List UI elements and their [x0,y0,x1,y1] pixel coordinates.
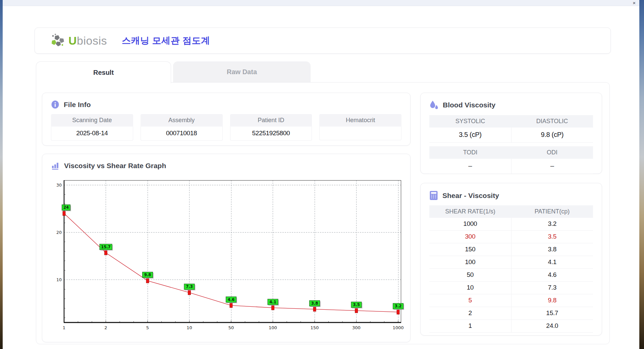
svg-text:3.5: 3.5 [353,302,360,307]
sv-cell-shear-rate: 300 [429,231,512,243]
bv-value-odi: – [512,159,593,174]
sv-cell-patient: 3.8 [512,243,593,256]
shear-viscosity-row: 107.3 [429,282,593,294]
svg-text:100: 100 [269,325,277,330]
sv-cell-patient: 9.8 [512,294,593,307]
brand-rest: biosis [77,34,107,47]
sv-cell-shear-rate: 100 [429,256,512,269]
header-card: Ubiosis 스캐닝 모세관 점도계 [35,28,611,54]
sv-cell-shear-rate: 1000 [429,218,512,231]
svg-text:9.8: 9.8 [144,272,151,277]
svg-text:2: 2 [104,325,107,330]
field-value: 52251925800 [230,127,312,141]
brand-letter-u: U [68,34,77,47]
svg-text:24: 24 [63,205,69,210]
bar-chart-icon [51,161,60,170]
svg-text:5: 5 [146,325,149,330]
sv-cell-patient: 4.1 [512,256,593,269]
field-value: 000710018 [141,127,223,141]
shear-viscosity-card: Shear - Viscosity SHEAR RATE(1/s) PATIEN… [420,183,602,336]
sv-cell-patient: 3.2 [512,218,593,231]
app-title: 스캐닝 모세관 점도계 [122,35,210,47]
ubiosis-logo-icon [50,33,66,48]
shear-viscosity-title: Shear - Viscosity [442,192,499,200]
svg-text:300: 300 [352,325,361,330]
bv-header-diastolic: DIASTOLIC [511,115,593,128]
blood-viscosity-table: SYSTOLIC DIASTOLIC 3.5 (cP) 9.8 (cP) TOD… [429,115,593,174]
sv-cell-patient: 7.3 [512,282,593,294]
svg-text:10: 10 [56,277,62,282]
field-scanning-date: Scanning Date 2025-08-14 [51,114,133,141]
sv-cell-shear-rate: 10 [429,282,512,294]
info-icon [51,100,59,109]
field-value [319,127,401,140]
sv-cell-patient: 4.6 [512,269,593,282]
blood-viscosity-title: Blood Viscosity [443,101,495,109]
calculator-icon [429,191,438,200]
titlebar: × [3,0,639,6]
svg-text:4.1: 4.1 [269,300,276,304]
sv-cell-patient: 24.0 [512,320,593,333]
file-info-card: File Info Scanning Date 2025-08-14 Assem… [42,93,411,146]
shear-viscosity-row: 10003.2 [429,218,593,231]
brand-logo: Ubiosis [50,33,107,48]
sv-cell-shear-rate: 2 [429,307,512,320]
shear-viscosity-row: 59.8 [429,294,593,307]
field-label: Assembly [141,114,223,127]
shear-viscosity-row: 1004.1 [429,256,593,269]
svg-text:3.2: 3.2 [395,304,401,308]
sv-header-patient: PATIENT(cp) [511,205,593,218]
shear-viscosity-row: 215.7 [429,307,593,320]
viscosity-chart: 102030125105010015030010002415.79.87.34.… [50,178,406,333]
field-hematocrit: Hematocrit [319,114,401,141]
file-info-fields: Scanning Date 2025-08-14 Assembly 000710… [42,109,410,141]
svg-text:15.7: 15.7 [101,245,110,249]
svg-text:50: 50 [228,325,234,330]
sv-cell-patient: 15.7 [512,307,593,320]
file-info-title: File Info [64,101,91,109]
shear-viscosity-row: 504.6 [429,269,593,282]
shear-viscosity-table-body: 10003.23003.51503.81004.1504.6107.359.82… [429,218,593,333]
graph-title: Viscosity vs Shear Rate Graph [64,162,166,170]
shear-viscosity-row: 1503.8 [429,243,593,256]
field-label: Patient ID [230,114,312,127]
bv-value-diastolic: 9.8 (cP) [512,128,593,143]
svg-text:20: 20 [56,230,62,235]
bv-value-systolic: 3.5 (cP) [429,128,512,143]
tab-result[interactable]: Result [36,61,171,83]
brand-name: Ubiosis [68,34,107,47]
shear-viscosity-row: 124.0 [429,320,593,333]
field-label: Hematocrit [319,114,401,127]
field-value: 2025-08-14 [51,127,133,141]
svg-text:3.8: 3.8 [311,301,318,306]
field-label: Scanning Date [51,114,133,127]
shear-viscosity-table: SHEAR RATE(1/s) PATIENT(cp) 10003.23003.… [429,205,593,333]
bv-header-systolic: SYSTOLIC [429,115,511,128]
svg-text:10: 10 [186,325,192,330]
sv-cell-patient: 3.5 [512,231,593,243]
sv-header-shear-rate: SHEAR RATE(1/s) [429,205,511,218]
sv-cell-shear-rate: 50 [429,269,512,282]
svg-text:1: 1 [63,325,65,330]
droplets-icon [429,100,438,110]
svg-text:7.3: 7.3 [186,284,193,289]
svg-text:1000: 1000 [392,325,404,330]
bv-header-odi: ODI [511,146,593,159]
field-patient-id: Patient ID 52251925800 [230,114,312,141]
app-window: × Ubiosis 스캐닝 모세관 점도계 Result Raw Data [3,0,639,349]
svg-text:150: 150 [311,325,319,330]
close-button[interactable]: × [633,0,636,6]
blood-viscosity-card: Blood Viscosity SYSTOLIC DIASTOLIC 3.5 (… [420,93,602,174]
tab-raw-data[interactable]: Raw Data [173,61,311,82]
viscosity-chart-svg: 102030125105010015030010002415.79.87.34.… [50,178,406,332]
sv-cell-shear-rate: 5 [429,294,512,307]
sv-cell-shear-rate: 1 [429,320,512,333]
field-assembly: Assembly 000710018 [141,114,223,141]
viscosity-graph-card: Viscosity vs Shear Rate Graph 1020301251… [42,154,411,342]
sv-cell-shear-rate: 150 [429,243,512,256]
svg-text:4.6: 4.6 [228,297,234,302]
bv-value-todi: – [429,159,512,174]
bv-header-todi: TODI [429,146,511,159]
svg-text:30: 30 [56,183,62,188]
shear-viscosity-row: 3003.5 [429,231,593,243]
